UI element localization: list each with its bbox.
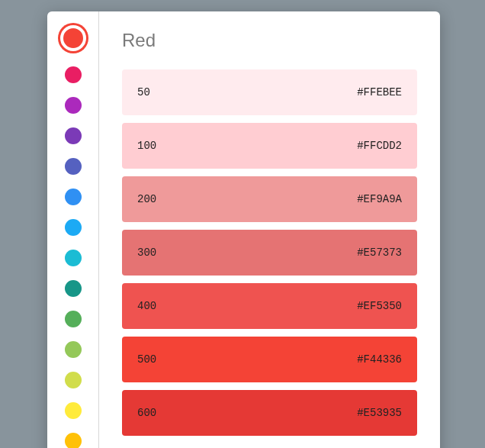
color-dot-7[interactable]	[65, 250, 82, 266]
swatch-row[interactable]: 600#E53935	[122, 390, 417, 436]
swatch-hex: #FFCDD2	[357, 140, 402, 152]
swatch-label: 300	[137, 247, 156, 259]
swatch-row[interactable]: 100#FFCDD2	[122, 123, 417, 169]
color-dot-1[interactable]	[65, 66, 82, 83]
swatch-list: 50#FFEBEE100#FFCDD2200#EF9A9A300#E573734…	[122, 69, 417, 436]
main-panel: Red 50#FFEBEE100#FFCDD2200#EF9A9A300#E57…	[99, 11, 440, 448]
color-dot-12[interactable]	[65, 402, 82, 419]
swatch-row[interactable]: 50#FFEBEE	[122, 69, 417, 115]
swatch-hex: #E57373	[357, 247, 402, 259]
color-dot-6[interactable]	[65, 219, 82, 236]
color-dot-0[interactable]	[60, 25, 86, 51]
color-dot-5[interactable]	[65, 189, 82, 205]
color-dot-10[interactable]	[65, 341, 82, 358]
swatch-label: 50	[137, 86, 150, 98]
color-dot-9[interactable]	[65, 311, 82, 327]
color-dot-8[interactable]	[65, 280, 82, 297]
swatch-hex: #FFEBEE	[357, 86, 402, 98]
swatch-row[interactable]: 400#EF5350	[122, 283, 417, 329]
color-sidebar	[47, 11, 99, 448]
swatch-row[interactable]: 500#F44336	[122, 337, 417, 382]
color-dot-4[interactable]	[65, 158, 82, 175]
color-dot-11[interactable]	[65, 372, 82, 388]
color-dot-13[interactable]	[65, 433, 82, 448]
palette-card: Red 50#FFEBEE100#FFCDD2200#EF9A9A300#E57…	[47, 11, 440, 448]
swatch-label: 500	[137, 353, 156, 366]
color-dot-3[interactable]	[65, 127, 82, 144]
swatch-row[interactable]: 200#EF9A9A	[122, 176, 417, 222]
swatch-hex: #EF9A9A	[357, 193, 402, 205]
page-title: Red	[122, 30, 417, 51]
swatch-row[interactable]: 300#E57373	[122, 230, 417, 276]
swatch-hex: #E53935	[357, 407, 402, 419]
swatch-label: 400	[137, 300, 156, 312]
color-dot-2[interactable]	[65, 97, 82, 114]
swatch-hex: #EF5350	[357, 300, 402, 312]
swatch-label: 200	[137, 193, 156, 205]
swatch-hex: #F44336	[357, 353, 402, 366]
swatch-label: 600	[137, 407, 156, 419]
swatch-label: 100	[137, 140, 156, 152]
